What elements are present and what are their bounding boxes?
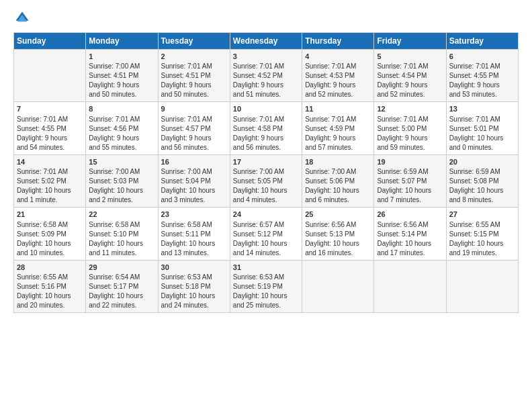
- cell-text: Sunrise: 7:01 AM: [377, 62, 443, 71]
- day-number: 22: [89, 210, 154, 220]
- logo-icon: [15, 11, 30, 26]
- calendar-cell: 21Sunrise: 6:58 AMSunset: 5:09 PMDayligh…: [14, 208, 86, 260]
- cell-text: Sunset: 4:55 PM: [449, 71, 515, 81]
- week-row-2: 7Sunrise: 7:01 AMSunset: 4:55 PMDaylight…: [14, 102, 519, 154]
- cell-text: Sunset: 4:51 PM: [89, 71, 154, 81]
- cell-text: Sunset: 4:57 PM: [161, 124, 227, 134]
- calendar-cell: 18Sunrise: 7:00 AMSunset: 5:06 PMDayligh…: [302, 154, 374, 207]
- cell-text: Daylight: 10 hours: [161, 291, 227, 301]
- calendar-cell: 4Sunrise: 7:01 AMSunset: 4:53 PMDaylight…: [302, 50, 374, 102]
- calendar-table: SundayMondayTuesdayWednesdayThursdayFrid…: [13, 32, 519, 313]
- cell-text: Sunrise: 6:59 AM: [377, 167, 443, 177]
- cell-text: Daylight: 9 hours: [305, 81, 371, 90]
- cell-text: Daylight: 10 hours: [449, 134, 515, 143]
- cell-text: and 56 minutes.: [161, 143, 227, 152]
- cell-text: Sunset: 5:06 PM: [305, 177, 371, 186]
- cell-text: Daylight: 10 hours: [17, 186, 83, 195]
- calendar-cell: 15Sunrise: 7:00 AMSunset: 5:03 PMDayligh…: [86, 154, 158, 207]
- column-header-tuesday: Tuesday: [158, 33, 230, 50]
- calendar-cell: 8Sunrise: 7:01 AMSunset: 4:56 PMDaylight…: [86, 102, 158, 154]
- calendar-cell: 12Sunrise: 7:01 AMSunset: 5:00 PMDayligh…: [374, 102, 446, 154]
- cell-text: Sunset: 5:01 PM: [449, 124, 515, 134]
- cell-text: Daylight: 9 hours: [89, 134, 154, 143]
- cell-text: Sunrise: 7:00 AM: [305, 167, 371, 177]
- cell-text: Daylight: 10 hours: [89, 186, 154, 195]
- page: SundayMondayTuesdayWednesdayThursdayFrid…: [0, 0, 532, 411]
- day-number: 27: [449, 210, 515, 220]
- day-number: 26: [377, 210, 443, 220]
- cell-text: and 0 minutes.: [449, 143, 515, 152]
- column-header-friday: Friday: [374, 33, 446, 50]
- cell-text: and 54 minutes.: [17, 143, 83, 152]
- cell-text: and 10 minutes.: [17, 248, 83, 258]
- cell-text: Sunrise: 6:59 AM: [449, 167, 515, 177]
- column-header-wednesday: Wednesday: [230, 33, 302, 50]
- cell-text: and 56 minutes.: [233, 143, 299, 152]
- cell-text: Sunset: 5:03 PM: [89, 177, 154, 186]
- column-headers: SundayMondayTuesdayWednesdayThursdayFrid…: [14, 33, 519, 50]
- cell-text: Sunrise: 6:56 AM: [305, 220, 371, 230]
- calendar-cell: 19Sunrise: 6:59 AMSunset: 5:07 PMDayligh…: [374, 154, 446, 207]
- calendar-cell: 7Sunrise: 7:01 AMSunset: 4:55 PMDaylight…: [14, 102, 86, 154]
- day-number: 14: [17, 157, 83, 167]
- cell-text: and 1 minute.: [17, 195, 83, 205]
- cell-text: and 51 minutes.: [233, 90, 299, 99]
- calendar-cell: 27Sunrise: 6:55 AMSunset: 5:15 PMDayligh…: [446, 208, 518, 260]
- calendar-cell: 29Sunrise: 6:54 AMSunset: 5:17 PMDayligh…: [86, 260, 158, 312]
- day-number: 1: [89, 52, 154, 62]
- day-number: 24: [233, 210, 299, 220]
- calendar-cell: 3Sunrise: 7:01 AMSunset: 4:52 PMDaylight…: [230, 50, 302, 102]
- cell-text: Sunrise: 7:01 AM: [305, 115, 371, 124]
- day-number: 8: [89, 104, 154, 114]
- day-number: 7: [17, 104, 83, 114]
- day-number: 31: [233, 263, 299, 273]
- day-number: 9: [161, 104, 227, 114]
- cell-text: and 50 minutes.: [161, 90, 227, 99]
- cell-text: Daylight: 9 hours: [17, 134, 83, 143]
- cell-text: and 52 minutes.: [305, 90, 371, 99]
- cell-text: and 17 minutes.: [377, 248, 443, 258]
- cell-text: Sunset: 5:08 PM: [449, 177, 515, 186]
- cell-text: Sunset: 5:12 PM: [233, 230, 299, 239]
- cell-text: and 57 minutes.: [305, 143, 371, 152]
- calendar-cell: 9Sunrise: 7:01 AMSunset: 4:57 PMDaylight…: [158, 102, 230, 154]
- logo: [13, 11, 30, 26]
- cell-text: and 6 minutes.: [305, 195, 371, 205]
- cell-text: Sunrise: 6:55 AM: [449, 220, 515, 230]
- cell-text: Daylight: 10 hours: [377, 186, 443, 195]
- day-number: 29: [89, 263, 154, 273]
- cell-text: Sunrise: 6:54 AM: [89, 273, 154, 282]
- week-row-3: 14Sunrise: 7:01 AMSunset: 5:02 PMDayligh…: [14, 154, 519, 207]
- cell-text: Daylight: 9 hours: [89, 81, 154, 90]
- cell-text: Sunrise: 6:58 AM: [89, 220, 154, 230]
- cell-text: Sunrise: 7:01 AM: [233, 62, 299, 71]
- cell-text: Sunset: 5:09 PM: [17, 230, 83, 239]
- cell-text: and 22 minutes.: [89, 301, 154, 310]
- cell-text: and 11 minutes.: [89, 248, 154, 258]
- cell-text: Daylight: 9 hours: [377, 81, 443, 90]
- cell-text: Sunset: 4:58 PM: [233, 124, 299, 134]
- cell-text: Sunset: 5:18 PM: [161, 282, 227, 291]
- cell-text: Sunset: 4:55 PM: [17, 124, 83, 134]
- cell-text: Sunset: 4:54 PM: [377, 71, 443, 81]
- cell-text: Daylight: 10 hours: [377, 239, 443, 248]
- cell-text: and 7 minutes.: [377, 195, 443, 205]
- cell-text: Daylight: 9 hours: [233, 134, 299, 143]
- cell-text: Sunset: 5:19 PM: [233, 282, 299, 291]
- cell-text: Sunrise: 7:01 AM: [161, 115, 227, 124]
- day-number: 28: [17, 263, 83, 273]
- calendar-cell: 13Sunrise: 7:01 AMSunset: 5:01 PMDayligh…: [446, 102, 518, 154]
- cell-text: Daylight: 10 hours: [305, 239, 371, 248]
- calendar-cell: [374, 260, 446, 312]
- calendar-cell: 20Sunrise: 6:59 AMSunset: 5:08 PMDayligh…: [446, 154, 518, 207]
- cell-text: Daylight: 10 hours: [89, 239, 154, 248]
- calendar-cell: 2Sunrise: 7:01 AMSunset: 4:51 PMDaylight…: [158, 50, 230, 102]
- cell-text: and 50 minutes.: [89, 90, 154, 99]
- day-number: 15: [89, 157, 154, 167]
- calendar-cell: 1Sunrise: 7:00 AMSunset: 4:51 PMDaylight…: [86, 50, 158, 102]
- cell-text: Sunset: 5:16 PM: [17, 282, 83, 291]
- cell-text: Sunrise: 7:01 AM: [17, 167, 83, 177]
- cell-text: Sunrise: 6:58 AM: [161, 220, 227, 230]
- cell-text: and 16 minutes.: [305, 248, 371, 258]
- cell-text: Daylight: 10 hours: [305, 186, 371, 195]
